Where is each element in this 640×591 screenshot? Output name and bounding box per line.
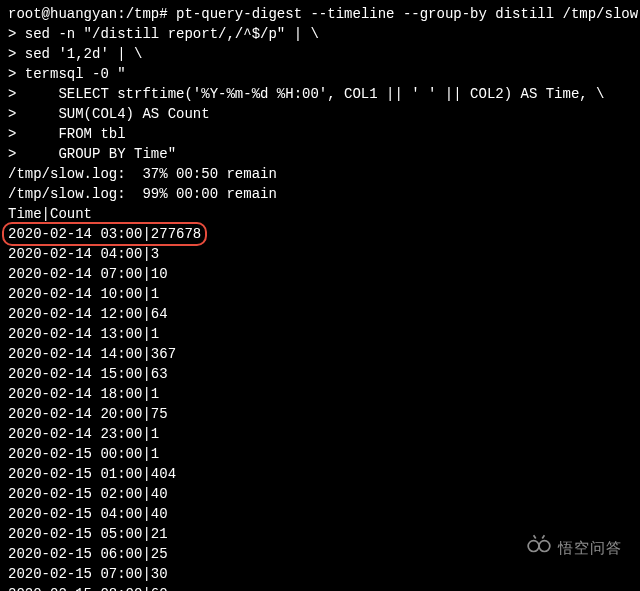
prompt-colon: : xyxy=(117,6,125,22)
result-row: 2020-02-15 00:00|1 xyxy=(8,444,632,464)
prompt-symbol: # xyxy=(159,6,167,22)
result-row: 2020-02-14 14:00|367 xyxy=(8,344,632,364)
command-continuation[interactable]: > GROUP BY Time" xyxy=(8,144,632,164)
result-header: Time|Count xyxy=(8,204,632,224)
command-line[interactable]: root@huangyan:/tmp# pt-query-digest --ti… xyxy=(8,4,632,24)
progress-line: /tmp/slow.log: 37% 00:50 remain xyxy=(8,164,632,184)
prompt-user: root@huangyan xyxy=(8,6,117,22)
result-row: 2020-02-14 04:00|3 xyxy=(8,244,632,264)
watermark-icon xyxy=(526,532,552,563)
result-row: 2020-02-15 01:00|404 xyxy=(8,464,632,484)
result-row: 2020-02-15 04:00|40 xyxy=(8,504,632,524)
result-row: 2020-02-14 18:00|1 xyxy=(8,384,632,404)
watermark-text: 悟空问答 xyxy=(558,538,622,558)
command-continuation[interactable]: > SUM(COL4) AS Count xyxy=(8,104,632,124)
svg-point-1 xyxy=(539,541,550,552)
watermark: 悟空问答 xyxy=(526,532,622,563)
result-row: 2020-02-14 07:00|10 xyxy=(8,264,632,284)
command-text: pt-query-digest --timeline --group-by di… xyxy=(176,6,640,22)
command-continuation[interactable]: > SELECT strftime('%Y-%m-%d %H:00', COL1… xyxy=(8,84,632,104)
result-row: 2020-02-14 20:00|75 xyxy=(8,404,632,424)
command-continuation[interactable]: > sed '1,2d' | \ xyxy=(8,44,632,64)
result-row: 2020-02-14 23:00|1 xyxy=(8,424,632,444)
highlight-box: 2020-02-14 03:00|277678 xyxy=(2,222,207,246)
result-row-highlighted: 2020-02-14 03:00|277678 xyxy=(8,224,632,244)
progress-line: /tmp/slow.log: 99% 00:00 remain xyxy=(8,184,632,204)
result-row: 2020-02-14 15:00|63 xyxy=(8,364,632,384)
result-row: 2020-02-14 13:00|1 xyxy=(8,324,632,344)
prompt-path: /tmp xyxy=(126,6,160,22)
command-continuation[interactable]: > FROM tbl xyxy=(8,124,632,144)
result-row: 2020-02-15 07:00|30 xyxy=(8,564,632,584)
command-continuation[interactable]: > sed -n "/distill report/,/^$/p" | \ xyxy=(8,24,632,44)
result-row: 2020-02-15 02:00|40 xyxy=(8,484,632,504)
command-continuation[interactable]: > termsql -0 " xyxy=(8,64,632,84)
result-row: 2020-02-14 12:00|64 xyxy=(8,304,632,324)
svg-point-0 xyxy=(528,541,539,552)
result-row: 2020-02-14 10:00|1 xyxy=(8,284,632,304)
result-row: 2020-02-15 08:00|60 xyxy=(8,584,632,591)
